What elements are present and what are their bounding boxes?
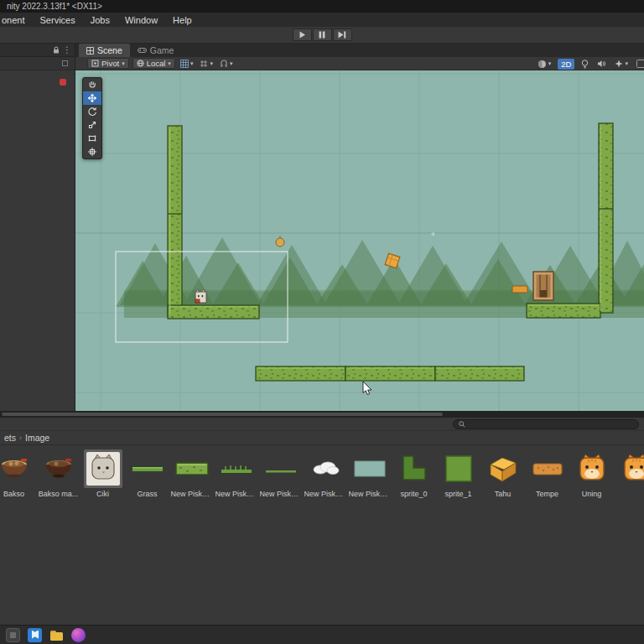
snap-increment-dropdown[interactable]: ▾ xyxy=(198,60,215,68)
asset-label: Uning xyxy=(571,490,613,498)
asset-label: Tahu xyxy=(482,490,524,498)
chevron-down-icon: ▾ xyxy=(190,60,194,67)
asset-item[interactable]: Tahu xyxy=(480,449,525,498)
grid-visibility-icon xyxy=(180,60,189,68)
asset-item[interactable]: Tempe xyxy=(525,449,569,498)
code-editor-icon[interactable] xyxy=(28,628,42,642)
asset-item[interactable]: Uning xyxy=(569,449,614,498)
2d-mode-toggle[interactable]: 2D xyxy=(558,59,574,70)
scene-lighting-toggle[interactable] xyxy=(579,60,590,69)
asset-item[interactable]: New Piskel... xyxy=(214,449,258,498)
menu-bar: onent Services Jobs Window Help xyxy=(0,13,644,27)
asset-thumbnail-cat-gray xyxy=(84,449,122,488)
asset-thumbnail-grass-thin xyxy=(128,449,167,488)
move-tool[interactable] xyxy=(83,91,101,105)
asset-thumbnail-platform xyxy=(173,449,211,488)
local-dropdown[interactable]: Local ▾ xyxy=(132,58,175,69)
scene-canvas xyxy=(75,70,644,411)
asset-item[interactable]: New Piskel... xyxy=(258,449,303,498)
view-hand-tool[interactable] xyxy=(83,78,101,91)
menu-item-window[interactable]: Window xyxy=(117,15,165,25)
menu-item-component[interactable]: onent xyxy=(0,15,33,25)
asset-item[interactable]: sprite_1 xyxy=(436,449,480,498)
pivot-icon xyxy=(91,60,99,67)
shading-mode-dropdown[interactable]: ▾ xyxy=(536,60,553,69)
chevron-down-icon: ▾ xyxy=(210,60,213,67)
magnet-snap-dropdown[interactable]: ▾ xyxy=(218,60,235,68)
asset-thumbnail-cat-orange xyxy=(573,449,611,488)
tab-game-label: Game xyxy=(150,45,174,55)
scene-audio-toggle[interactable] xyxy=(595,60,608,68)
main-toolbar xyxy=(0,27,644,44)
asset-item[interactable]: New Piskel... xyxy=(169,449,214,498)
project-search[interactable] xyxy=(453,419,639,429)
tab-scene[interactable]: Scene xyxy=(79,44,130,57)
hierarchy-panel-header: ⋮ xyxy=(0,44,75,57)
folder-icon[interactable] xyxy=(49,628,64,642)
step-icon xyxy=(338,31,346,39)
lighting-bulb-icon xyxy=(581,60,589,69)
lock-icon[interactable] xyxy=(53,46,60,54)
rotate-tool[interactable] xyxy=(83,105,101,118)
asset-thumbnail-cat-orange xyxy=(617,449,644,488)
asset-item[interactable]: Bakso ma... xyxy=(36,449,80,498)
asset-item[interactable]: Ciki xyxy=(80,449,125,498)
breadcrumb-current[interactable]: Image xyxy=(25,433,49,443)
breadcrumb-root[interactable]: ets xyxy=(4,433,16,443)
asset-label: Ciki xyxy=(82,490,124,498)
rect-tool[interactable] xyxy=(83,132,101,145)
tab-scene-label: Scene xyxy=(97,45,122,55)
asset-label: sprite_0 xyxy=(393,490,435,498)
taskbar xyxy=(0,625,644,644)
asset-thumbnail-grass-line xyxy=(262,449,300,488)
tab-game[interactable]: Game xyxy=(130,44,182,57)
globe-icon xyxy=(137,60,144,67)
asset-label: sprite_1 xyxy=(438,490,480,498)
asset-label: Grass xyxy=(127,490,169,498)
title-bar: nity 2022.3.13f1* <DX11> xyxy=(0,0,644,13)
asset-item[interactable]: Grass xyxy=(125,449,169,498)
browser-icon[interactable] xyxy=(71,628,86,642)
play-button[interactable] xyxy=(293,29,312,41)
menu-item-services[interactable]: Services xyxy=(33,15,83,25)
transform-tool[interactable] xyxy=(83,145,101,158)
panel-splitter[interactable] xyxy=(0,411,644,418)
audio-speaker-icon xyxy=(597,60,606,68)
asset-item[interactable] xyxy=(614,449,644,498)
project-toolbar xyxy=(0,418,644,431)
menu-item-help[interactable]: Help xyxy=(165,15,200,25)
step-button[interactable] xyxy=(333,29,352,41)
asset-item[interactable]: Bakso xyxy=(0,449,36,498)
pause-icon xyxy=(319,31,325,39)
asset-label: New Piskel... xyxy=(349,490,391,498)
scale-tool[interactable] xyxy=(83,118,101,132)
shading-mode-icon xyxy=(538,60,547,69)
effects-dropdown[interactable]: ▾ xyxy=(613,60,630,68)
grid-visibility-dropdown[interactable]: ▾ xyxy=(179,60,195,68)
magnet-snap-icon xyxy=(220,60,228,68)
error-badge xyxy=(60,79,66,86)
asset-thumbnail-green-square xyxy=(439,449,478,488)
chevron-down-icon: ▾ xyxy=(230,60,233,67)
horizontal-scrollbar[interactable] xyxy=(2,413,443,416)
search-input[interactable] xyxy=(468,420,633,428)
asset-thumbnail-green-l xyxy=(395,449,434,488)
asset-thumbnail-teal-rect xyxy=(351,449,389,488)
menu-item-jobs[interactable]: Jobs xyxy=(83,15,117,25)
chevron-down-icon: ▾ xyxy=(168,60,171,67)
pause-button[interactable] xyxy=(313,29,332,41)
pivot-dropdown[interactable]: Pivot ▾ xyxy=(87,58,129,69)
scene-grid-icon xyxy=(86,47,94,55)
asset-thumbnail-grass-tuft xyxy=(217,449,256,488)
kebab-menu-icon[interactable]: ⋮ xyxy=(63,46,71,55)
asset-item[interactable]: sprite_0 xyxy=(392,449,436,498)
app-icon[interactable] xyxy=(6,628,20,642)
scene-viewport[interactable] xyxy=(75,70,644,411)
clipped-toolbar-icon[interactable] xyxy=(635,60,644,68)
asset-thumbnail-tempe xyxy=(528,449,567,488)
asset-label: Bakso xyxy=(0,490,35,498)
asset-item[interactable]: New Piskel... xyxy=(303,449,347,498)
scene-grid-lines xyxy=(75,70,644,411)
asset-item[interactable]: New Piskel... xyxy=(347,449,392,498)
asset-label: New Piskel... xyxy=(216,490,257,498)
